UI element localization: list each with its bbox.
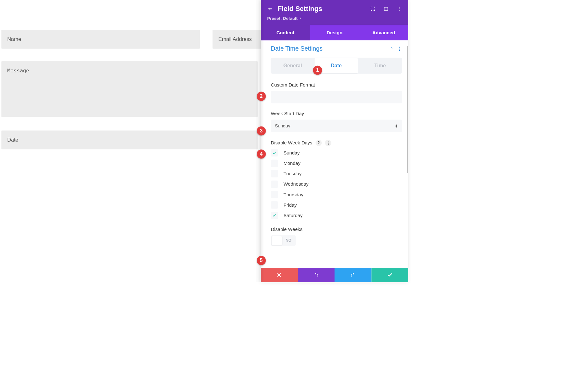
disable-week-days-label: Disable Week Days bbox=[271, 140, 312, 146]
svg-point-0 bbox=[399, 7, 400, 8]
weekday-checkbox-sunday[interactable]: Sunday bbox=[271, 149, 402, 156]
panel-title: Field Settings bbox=[278, 5, 322, 13]
checkbox-icon bbox=[271, 191, 278, 198]
toggle-value: NO bbox=[282, 238, 295, 243]
checkbox-icon bbox=[271, 149, 278, 156]
weekday-label: Sunday bbox=[284, 150, 300, 155]
field-menu-icon[interactable]: ⋮ bbox=[325, 140, 331, 146]
panel-body: Date Time Settings ⌃ ⋮ General Date Time… bbox=[261, 40, 408, 268]
kebab-menu-icon[interactable] bbox=[397, 6, 402, 11]
scrollbar-thumb[interactable] bbox=[407, 46, 408, 173]
weekday-label: Tuesday bbox=[284, 171, 301, 176]
subtab-general[interactable]: General bbox=[271, 58, 315, 74]
setting-disable-weeks: Disable Weeks NO bbox=[271, 227, 402, 246]
weekday-label: Monday bbox=[284, 160, 301, 166]
section-title[interactable]: Date Time Settings bbox=[271, 45, 323, 52]
weekday-label: Wednesday bbox=[284, 182, 309, 187]
checkbox-icon bbox=[271, 160, 278, 167]
custom-date-format-input[interactable] bbox=[271, 91, 402, 104]
help-icon[interactable]: ? bbox=[315, 140, 322, 146]
weekday-label: Friday bbox=[284, 202, 297, 208]
setting-custom-date-format: Custom Date Format bbox=[271, 82, 402, 103]
checkbox-icon bbox=[271, 201, 278, 209]
tab-advanced[interactable]: Advanced bbox=[359, 25, 408, 40]
svg-point-2 bbox=[399, 10, 400, 11]
svg-point-1 bbox=[399, 8, 400, 9]
section-menu-icon[interactable]: ⋮ bbox=[397, 46, 402, 52]
settings-panel: Field Settings Preset: Default ▼ bbox=[261, 0, 408, 282]
cancel-button[interactable] bbox=[261, 268, 298, 282]
caret-down-icon: ▼ bbox=[299, 17, 302, 20]
week-start-day-select[interactable]: Sunday bbox=[271, 120, 402, 132]
annotation-badge-1: 1 bbox=[313, 66, 322, 75]
annotation-badge-5: 5 bbox=[257, 256, 266, 265]
subtab-time[interactable]: Time bbox=[358, 58, 402, 74]
checkbox-icon bbox=[271, 170, 278, 177]
save-button[interactable] bbox=[371, 268, 408, 282]
tab-content[interactable]: Content bbox=[261, 25, 310, 40]
weekday-label: Thursday bbox=[284, 192, 303, 197]
setting-week-start-day: Week Start Day Sunday ▲▼ bbox=[271, 111, 402, 132]
date-input[interactable] bbox=[1, 131, 258, 149]
tab-design[interactable]: Design bbox=[310, 25, 359, 40]
name-input[interactable] bbox=[1, 30, 200, 49]
checkbox-icon bbox=[271, 181, 278, 188]
preset-selector[interactable]: Preset: Default ▼ bbox=[267, 16, 402, 21]
panel-footer bbox=[261, 268, 408, 282]
checkbox-icon bbox=[271, 212, 278, 219]
disable-weeks-label: Disable Weeks bbox=[271, 227, 402, 232]
undo-button[interactable] bbox=[298, 268, 335, 282]
annotation-badge-2: 2 bbox=[257, 92, 266, 101]
weekday-checkbox-wednesday[interactable]: Wednesday bbox=[271, 181, 402, 188]
expand-icon[interactable] bbox=[370, 6, 375, 11]
columns-icon[interactable] bbox=[383, 6, 389, 11]
panel-header: Field Settings Preset: Default ▼ bbox=[261, 0, 408, 25]
message-textarea[interactable] bbox=[1, 61, 258, 117]
weekday-checkbox-tuesday[interactable]: Tuesday bbox=[271, 170, 402, 177]
custom-date-format-label: Custom Date Format bbox=[271, 82, 402, 87]
setting-disable-week-days: Disable Week Days ? ⋮ SundayMondayTuesda… bbox=[271, 140, 402, 219]
annotation-badge-3: 3 bbox=[257, 126, 266, 136]
annotation-badge-4: 4 bbox=[257, 149, 266, 159]
redo-button[interactable] bbox=[335, 268, 371, 282]
weekday-checkbox-saturday[interactable]: Saturday bbox=[271, 212, 402, 219]
weekday-label: Saturday bbox=[284, 213, 303, 218]
subtabs: General Date Time bbox=[271, 58, 402, 74]
toggle-knob bbox=[272, 236, 282, 245]
back-arrow-icon[interactable] bbox=[267, 6, 272, 11]
panel-tabs: Content Design Advanced bbox=[261, 25, 408, 40]
week-start-day-label: Week Start Day bbox=[271, 111, 402, 116]
weekday-checkbox-monday[interactable]: Monday bbox=[271, 160, 402, 167]
preset-label: Preset: Default bbox=[267, 16, 298, 21]
weekday-checklist: SundayMondayTuesdayWednesdayThursdayFrid… bbox=[271, 149, 402, 219]
weekday-checkbox-friday[interactable]: Friday bbox=[271, 201, 402, 209]
weekday-checkbox-thursday[interactable]: Thursday bbox=[271, 191, 402, 198]
disable-weeks-toggle[interactable]: NO bbox=[271, 235, 296, 246]
collapse-section-icon[interactable]: ⌃ bbox=[390, 46, 393, 51]
